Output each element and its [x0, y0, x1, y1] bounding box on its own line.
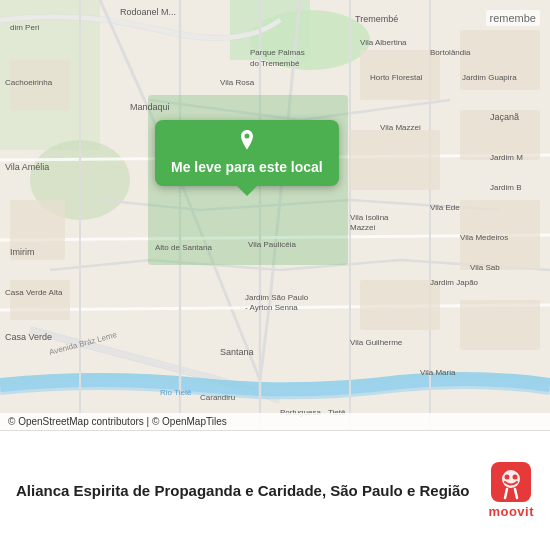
svg-text:Casa Verde Alta: Casa Verde Alta [5, 288, 63, 297]
svg-text:Vila Rosa: Vila Rosa [220, 78, 255, 87]
svg-text:Jardim Japão: Jardim Japão [430, 278, 479, 287]
map-watermark: remembe [486, 10, 540, 26]
svg-text:Jardim B: Jardim B [490, 183, 522, 192]
svg-text:Vila Amélia: Vila Amélia [5, 162, 49, 172]
moovit-branding: moovit [488, 462, 534, 519]
svg-text:- Ayrton Senna: - Ayrton Senna [245, 303, 298, 312]
svg-text:Jaçanã: Jaçanã [490, 112, 519, 122]
svg-text:Rio Tietê: Rio Tietê [160, 388, 192, 397]
svg-rect-26 [350, 130, 440, 190]
info-bar: Alianca Espirita de Propaganda e Caridad… [0, 430, 550, 550]
svg-text:do Tremembé: do Tremembé [250, 59, 300, 68]
svg-text:Casa Verde: Casa Verde [5, 332, 52, 342]
place-info: Alianca Espirita de Propaganda e Caridad… [16, 480, 476, 501]
svg-text:Imirim: Imirim [10, 247, 35, 257]
svg-text:Mazzei: Mazzei [350, 223, 376, 232]
svg-text:Jardim M: Jardim M [490, 153, 523, 162]
popup-text: Me leve para este local [171, 159, 323, 175]
svg-text:Santana: Santana [220, 347, 254, 357]
moovit-text: moovit [488, 504, 534, 519]
svg-rect-25 [10, 280, 70, 320]
svg-text:Mandaqui: Mandaqui [130, 102, 170, 112]
svg-text:Alto de Santana: Alto de Santana [155, 243, 212, 252]
svg-text:Vila Maria: Vila Maria [420, 368, 456, 377]
svg-point-70 [505, 475, 510, 480]
svg-text:Cachoeirinha: Cachoeirinha [5, 78, 53, 87]
svg-text:dim Peri: dim Peri [10, 23, 40, 32]
location-pin-icon [238, 130, 256, 154]
map-attribution: © OpenStreetMap contributors | © OpenMap… [0, 413, 550, 430]
svg-text:Jardim Guapira: Jardim Guapira [462, 73, 517, 82]
svg-text:Rodoanel M...: Rodoanel M... [120, 7, 176, 17]
svg-text:Vila Isolina: Vila Isolina [350, 213, 389, 222]
svg-text:Vila Paulicéia: Vila Paulicéia [248, 240, 296, 249]
svg-text:Bortolândia: Bortolândia [430, 48, 471, 57]
svg-text:Vila Mazzei: Vila Mazzei [380, 123, 421, 132]
moovit-icon [491, 462, 531, 502]
svg-text:Carandiru: Carandiru [200, 393, 235, 402]
place-name: Alianca Espirita de Propaganda e Caridad… [16, 482, 469, 499]
svg-text:Vila Ede: Vila Ede [430, 203, 460, 212]
map-popup[interactable]: Me leve para este local [155, 120, 339, 186]
svg-text:Vila Guilherme: Vila Guilherme [350, 338, 403, 347]
svg-text:Parque Palmas: Parque Palmas [250, 48, 305, 57]
svg-text:Jardim São Paulo: Jardim São Paulo [245, 293, 309, 302]
map-container: Rodoanel M... Tremembé Vila Albertina Bo… [0, 0, 550, 430]
svg-text:Vila Sab: Vila Sab [470, 263, 500, 272]
svg-text:Vila Albertina: Vila Albertina [360, 38, 407, 47]
svg-text:Horto Florestal: Horto Florestal [370, 73, 423, 82]
svg-point-71 [513, 475, 518, 480]
svg-rect-29 [460, 300, 540, 350]
svg-rect-28 [360, 280, 440, 330]
svg-text:Tremembé: Tremembé [355, 14, 398, 24]
svg-text:Vila Medeiros: Vila Medeiros [460, 233, 508, 242]
